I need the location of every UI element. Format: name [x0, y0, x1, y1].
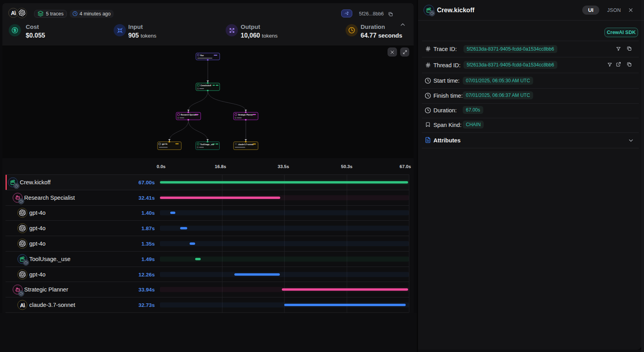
svg-text:Strategic Planner: Strategic Planner: [238, 114, 253, 116]
svg-text:ToolUsage._use: ToolUsage._use: [200, 144, 214, 146]
svg-text:gpt-4o: gpt-4o: [162, 143, 167, 145]
svg-text:claude-3.7-sonnet: claude-3.7-sonnet: [238, 144, 254, 146]
svg-text:Crew.kickoff: Crew.kickoff: [201, 85, 212, 87]
svg-text:Research Speciali...: Research Speciali...: [181, 114, 198, 116]
svg-text:Run: Run: [200, 55, 204, 57]
